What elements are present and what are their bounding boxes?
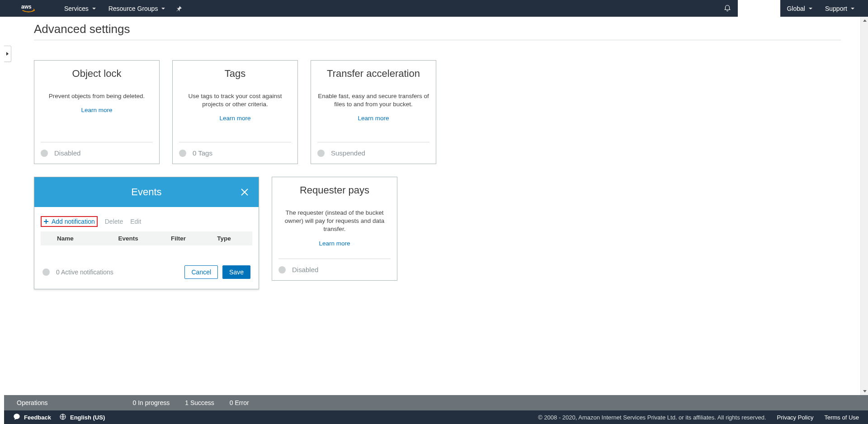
card-object-lock[interactable]: Object lock Prevent objects from being d… [34, 60, 160, 164]
pin-icon [176, 5, 182, 12]
bell-icon [723, 4, 731, 13]
col-events: Events [101, 235, 156, 242]
nav-resource-groups-label: Resource Groups [108, 5, 158, 12]
top-nav: aws Services Resource Groups Glo [0, 0, 868, 17]
nav-support[interactable]: Support [819, 0, 861, 17]
card-desc: Enable fast, easy and secure transfers o… [317, 92, 429, 108]
card-title: Tags [179, 68, 291, 80]
learn-more-link[interactable]: Learn more [317, 115, 429, 122]
privacy-link[interactable]: Privacy Policy [777, 414, 814, 421]
scrollbar[interactable] [860, 17, 868, 395]
copyright-text: © 2008 - 2020, Amazon Internet Services … [538, 414, 766, 421]
chevron-down-icon [863, 390, 867, 392]
card-desc: The requester (instead of the bucket own… [278, 209, 391, 234]
chevron-up-icon [863, 19, 867, 22]
nav-account-slot [738, 0, 780, 17]
card-desc: Use tags to track your cost against proj… [179, 92, 291, 108]
status-dot-icon [41, 150, 48, 157]
caret-down-icon [161, 8, 165, 9]
nav-pin[interactable] [171, 0, 187, 17]
card-events: Events [34, 177, 259, 289]
status-dot-icon [179, 150, 186, 157]
nav-support-label: Support [825, 5, 847, 12]
add-notification-label: Add notification [52, 218, 95, 225]
page-title: Advanced settings [34, 17, 841, 40]
col-filter: Filter [156, 235, 201, 242]
learn-more-link[interactable]: Learn more [278, 240, 391, 247]
nav-services-label: Services [64, 5, 89, 12]
learn-more-link[interactable]: Learn more [179, 115, 291, 122]
status-text: Disabled [292, 266, 318, 273]
nav-resource-groups[interactable]: Resource Groups [102, 0, 172, 17]
side-panel-toggle[interactable] [4, 46, 11, 62]
globe-icon [59, 413, 66, 422]
language-label: English (US) [70, 414, 105, 421]
nav-region[interactable]: Global [780, 0, 818, 17]
chevron-right-icon [6, 52, 9, 56]
card-transfer-acceleration[interactable]: Transfer acceleration Enable fast, easy … [311, 60, 436, 164]
nav-region-label: Global [787, 5, 805, 12]
ops-in-progress: 0 In progress [132, 399, 170, 406]
terms-link[interactable]: Terms of Use [824, 414, 859, 421]
ops-label: Operations [17, 399, 47, 406]
status-text: 0 Tags [193, 149, 212, 157]
col-name: Name [46, 235, 101, 242]
col-type: Type [201, 235, 247, 242]
status-dot-icon [278, 266, 286, 273]
card-title: Transfer acceleration [317, 68, 429, 80]
add-notification-button[interactable]: Add notification [41, 216, 98, 227]
scroll-up-button[interactable] [861, 17, 868, 24]
cancel-button[interactable]: Cancel [184, 265, 218, 279]
status-dot-icon [317, 150, 325, 157]
card-title: Requester pays [278, 184, 391, 196]
language-selector[interactable]: English (US) [59, 413, 105, 422]
ops-success: 1 Success [185, 399, 214, 406]
card-desc: Prevent objects from being deleted. [41, 92, 153, 100]
card-requester-pays[interactable]: Requester pays The requester (instead of… [272, 177, 397, 281]
nav-services[interactable]: Services [58, 0, 102, 17]
save-button[interactable]: Save [222, 265, 250, 279]
ops-error: 0 Error [230, 399, 249, 406]
caret-down-icon [92, 8, 96, 9]
events-close-button[interactable] [240, 187, 250, 197]
card-title: Object lock [41, 68, 153, 80]
learn-more-link[interactable]: Learn more [41, 107, 153, 113]
card-tags[interactable]: Tags Use tags to track your cost against… [172, 60, 298, 164]
caret-down-icon [809, 8, 812, 9]
delete-button: Delete [105, 218, 123, 225]
aws-logo[interactable]: aws [21, 3, 40, 14]
caret-down-icon [851, 8, 854, 9]
close-icon [240, 188, 249, 197]
scroll-down-button[interactable] [861, 387, 868, 395]
feedback-link[interactable]: Feedback [13, 413, 51, 422]
status-dot-icon [42, 269, 50, 276]
events-header: Events [34, 177, 259, 207]
events-title: Events [131, 186, 161, 198]
feedback-label: Feedback [24, 414, 51, 421]
svg-text:aws: aws [21, 4, 32, 10]
nav-notifications[interactable] [717, 0, 738, 17]
events-status-text: 0 Active notifications [56, 269, 113, 276]
footer: Feedback English (US) © 2008 - 2020, Ama… [4, 410, 868, 424]
status-text: Disabled [54, 149, 80, 157]
plus-icon [43, 219, 49, 224]
events-table-header: Name Events Filter Type [41, 231, 252, 245]
operations-bar[interactable]: Operations 0 In progress 1 Success 0 Err… [4, 395, 868, 410]
chat-icon [13, 413, 20, 422]
edit-button: Edit [130, 218, 141, 225]
main-area: Advanced settings Object lock Prevent ob… [4, 17, 868, 395]
status-text: Suspended [331, 149, 365, 157]
